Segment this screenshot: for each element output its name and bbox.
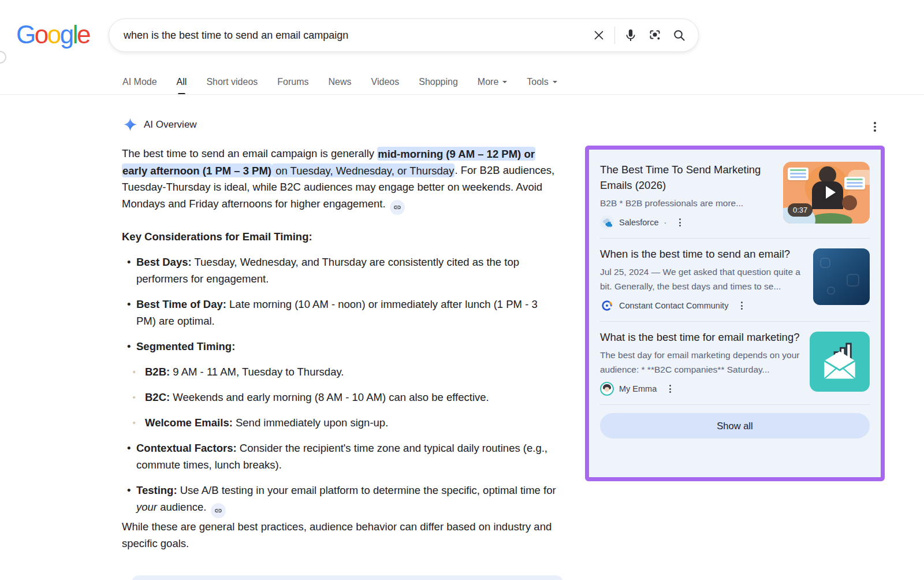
- logo-letter: G: [16, 20, 35, 49]
- sub-list-item: ◦B2C: Weekends and early morning (8 AM -…: [133, 389, 556, 406]
- considerations-list: •Best Days: Tuesday, Wednesday, and Thur…: [122, 254, 556, 518]
- tab-news[interactable]: News: [329, 70, 352, 94]
- ai-sparkle-icon: [124, 118, 137, 131]
- bullet-text: Best Days: Tuesday, Wednesday, and Thurs…: [136, 254, 556, 287]
- ai-overview-body: The best time to send an email campaign …: [122, 145, 556, 552]
- card-menu-icon[interactable]: [739, 300, 744, 311]
- tab-label: All: [177, 77, 187, 87]
- bullet-text: B2C: Weekends and early morning (8 AM - …: [145, 389, 556, 406]
- citation-link-icon[interactable]: [390, 200, 405, 215]
- card-menu-icon[interactable]: [668, 383, 673, 395]
- tab-label: Tools: [527, 77, 548, 87]
- search-input[interactable]: when is the best time to send an email c…: [124, 29, 587, 42]
- video-duration-badge: 0:37: [788, 203, 813, 217]
- text-segment: your: [136, 501, 157, 513]
- text-segment: Use A/B testing in your email platform t…: [180, 484, 556, 496]
- chevron-down-icon: [553, 81, 557, 85]
- overview-menu-icon[interactable]: [873, 121, 877, 133]
- sub-list-item: ◦Welcome Emails: Send immediately upon s…: [133, 414, 556, 431]
- source-title[interactable]: When is the best time to send an email?: [600, 246, 806, 262]
- text-segment: The best time to send an email campaign …: [122, 147, 377, 159]
- tab-label: Short videos: [206, 77, 258, 87]
- article-thumbnail[interactable]: [813, 248, 870, 305]
- bullet-marker: ◦: [133, 363, 145, 380]
- bullet-marker: •: [122, 482, 136, 518]
- source-card-2[interactable]: When is the best time to send an email? …: [600, 241, 870, 319]
- screen-edge-artifact: [0, 51, 6, 64]
- list-item: •Best Time of Day: Late morning (10 AM -…: [122, 296, 556, 329]
- source-dot: ·: [664, 218, 667, 227]
- tab-label: News: [329, 77, 352, 87]
- tab-label: AI Mode: [122, 77, 157, 87]
- bullet-marker: ◦: [133, 414, 145, 431]
- bullet-text: Segmented Timing:: [136, 338, 556, 355]
- tab-short-videos[interactable]: Short videos: [206, 70, 258, 94]
- my-emma-icon: [600, 382, 614, 396]
- card-divider: [600, 321, 870, 322]
- article-thumbnail[interactable]: [810, 332, 870, 392]
- bullet-text: Best Time of Day: Late morning (10 AM - …: [136, 296, 556, 329]
- bullet-text: Welcome Emails: Send immediately upon si…: [145, 414, 556, 431]
- source-card-3[interactable]: What is the best time for email marketin…: [600, 324, 870, 402]
- logo-letter: o: [35, 20, 47, 49]
- source-title[interactable]: The Best Time To Send Marketing Emails (…: [600, 162, 776, 193]
- source-card-1[interactable]: The Best Time To Send Marketing Emails (…: [600, 157, 870, 236]
- tab-ai-mode[interactable]: AI Mode: [122, 70, 157, 94]
- card-divider: [600, 238, 870, 239]
- tab-label: Forums: [277, 77, 308, 87]
- tab-label: Videos: [371, 77, 400, 87]
- overview-closing-paragraph: While these are general best practices, …: [122, 518, 556, 552]
- bullet-marker: ◦: [133, 389, 145, 406]
- source-snippet: The best day for email marketing depends…: [600, 348, 803, 377]
- constant-contact-icon: [600, 299, 614, 313]
- segmented-timing-sublist: ◦B2B: 9 AM - 11 AM, Tuesday to Thursday.…: [133, 363, 556, 431]
- tab-tools[interactable]: Tools: [527, 70, 557, 94]
- google-logo: Google: [16, 21, 90, 49]
- tabbar-divider: [0, 94, 924, 95]
- list-item: •Segmented Timing:: [122, 338, 556, 355]
- mic-icon[interactable]: [619, 23, 643, 47]
- source-snippet: B2B * B2B professionals are more...: [600, 196, 776, 210]
- sources-panel: The Best Time To Send Marketing Emails (…: [585, 146, 885, 481]
- key-considerations-heading: Key Considerations for Email Timing:: [122, 228, 556, 245]
- bullet-marker: •: [122, 254, 136, 287]
- logo-letter: o: [47, 20, 60, 49]
- chevron-down-icon: [502, 81, 507, 85]
- bullet-marker: •: [122, 440, 136, 473]
- bullet-marker: •: [122, 296, 136, 329]
- ai-overview-header: AI Overview: [124, 118, 197, 131]
- source-name[interactable]: Constant Contact Community: [619, 301, 728, 310]
- text-segment: audience.: [157, 501, 210, 513]
- tab-label: Shopping: [419, 77, 458, 87]
- source-name[interactable]: My Emma: [619, 384, 657, 393]
- tab-label: More: [478, 77, 498, 87]
- envelope-chart-icon: [818, 340, 861, 383]
- logo-letter: e: [77, 20, 90, 49]
- citation-link-icon[interactable]: [211, 503, 226, 518]
- tab-all[interactable]: All: [177, 70, 187, 94]
- lens-icon[interactable]: [643, 23, 667, 47]
- card-divider: [600, 404, 870, 405]
- source-name[interactable]: Salesforce: [619, 218, 659, 227]
- tab-forums[interactable]: Forums: [277, 70, 308, 94]
- search-icon[interactable]: [667, 23, 691, 47]
- video-thumbnail[interactable]: 0:37: [783, 162, 870, 224]
- bullet-text: Contextual Factors: Consider the recipie…: [136, 440, 556, 473]
- play-icon[interactable]: [826, 186, 836, 199]
- dive-deeper-bar[interactable]: [132, 575, 563, 580]
- bullet-text: B2B: 9 AM - 11 AM, Tuesday to Thursday.: [145, 363, 556, 380]
- source-title[interactable]: What is the best time for email marketin…: [600, 329, 803, 345]
- tab-videos[interactable]: Videos: [371, 70, 400, 94]
- list-item: •Contextual Factors: Consider the recipi…: [122, 440, 556, 473]
- source-snippet: Jul 25, 2024 — We get asked that questio…: [600, 265, 806, 293]
- logo-letter: l: [73, 20, 77, 49]
- search-bar[interactable]: when is the best time to send an email c…: [109, 18, 699, 52]
- tab-more[interactable]: More: [478, 70, 507, 94]
- show-all-button[interactable]: Show all: [600, 413, 870, 438]
- results-tab-bar: AI ModeAllShort videosForumsNewsVideosSh…: [122, 70, 557, 94]
- clear-icon[interactable]: [587, 23, 611, 47]
- salesforce-cloud-icon: [600, 215, 614, 229]
- sub-list-item: ◦B2B: 9 AM - 11 AM, Tuesday to Thursday.: [133, 363, 556, 380]
- card-menu-icon[interactable]: [677, 217, 683, 228]
- tab-shopping[interactable]: Shopping: [419, 70, 458, 94]
